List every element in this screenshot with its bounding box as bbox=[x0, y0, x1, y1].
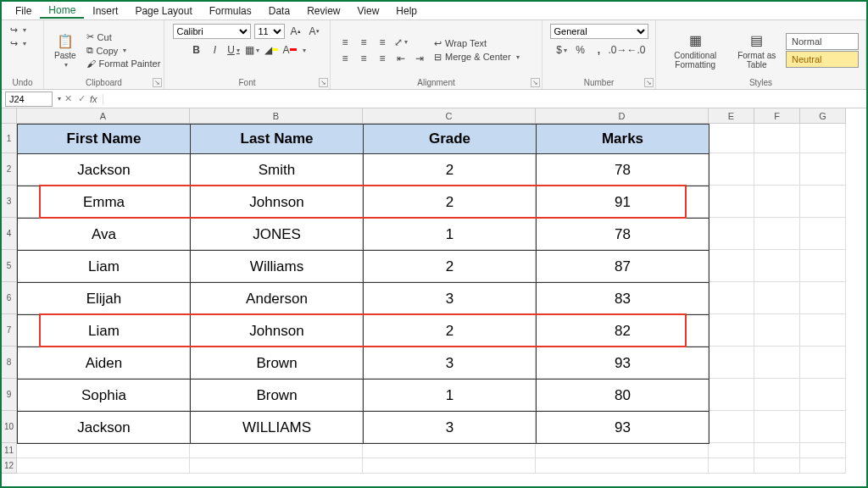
orientation-button[interactable]: ⤢▾ bbox=[393, 35, 409, 50]
increase-font-button[interactable]: A▴ bbox=[288, 24, 303, 39]
font-family-select[interactable]: Calibri bbox=[173, 24, 251, 39]
data-cell[interactable]: Williams bbox=[191, 251, 364, 283]
data-cell[interactable]: 78 bbox=[537, 219, 709, 251]
table-header[interactable]: Marks bbox=[537, 125, 709, 154]
data-cell[interactable]: Johnson bbox=[191, 315, 364, 347]
data-cell[interactable]: 3 bbox=[364, 347, 537, 380]
menu-help[interactable]: Help bbox=[387, 4, 426, 18]
cell-F10[interactable] bbox=[754, 411, 800, 443]
cell-E4[interactable] bbox=[709, 218, 754, 250]
menu-formulas[interactable]: Formulas bbox=[201, 4, 260, 18]
cell-E11[interactable] bbox=[709, 443, 754, 458]
data-cell[interactable]: 1 bbox=[364, 380, 537, 412]
align-left-button[interactable]: ≡ bbox=[337, 51, 353, 66]
increase-decimal-button[interactable]: .0→ bbox=[610, 42, 626, 58]
cell-E1[interactable] bbox=[709, 124, 754, 153]
cell-G9[interactable] bbox=[800, 379, 846, 411]
currency-button[interactable]: $▾ bbox=[554, 42, 570, 58]
row-header-3[interactable]: 3 bbox=[2, 186, 17, 218]
row-header-4[interactable]: 4 bbox=[2, 218, 17, 250]
cell-E6[interactable] bbox=[709, 282, 754, 314]
menu-page-layout[interactable]: Page Layout bbox=[126, 4, 200, 18]
border-button[interactable]: ▦▾ bbox=[245, 42, 260, 58]
select-all-corner[interactable] bbox=[2, 108, 17, 124]
alignment-dialog-launcher[interactable]: ↘ bbox=[531, 78, 540, 87]
data-cell[interactable]: 93 bbox=[537, 412, 709, 444]
menu-review[interactable]: Review bbox=[298, 4, 348, 18]
cell-C12[interactable] bbox=[363, 458, 536, 474]
data-cell[interactable]: WILLIAMS bbox=[191, 412, 364, 444]
row-header-7[interactable]: 7 bbox=[2, 314, 17, 347]
data-cell[interactable]: Liam bbox=[18, 251, 191, 283]
copy-button[interactable]: ⧉Copy▾ bbox=[85, 44, 163, 57]
menu-file[interactable]: File bbox=[7, 4, 40, 18]
cell-E12[interactable] bbox=[709, 458, 754, 474]
row-header-6[interactable]: 6 bbox=[2, 282, 17, 314]
cell-F6[interactable] bbox=[754, 282, 800, 314]
row-header-12[interactable]: 12 bbox=[2, 458, 17, 474]
cell-F7[interactable] bbox=[754, 314, 800, 347]
cell-E3[interactable] bbox=[709, 186, 754, 218]
data-cell[interactable]: 83 bbox=[537, 283, 709, 315]
data-cell[interactable]: Smith bbox=[191, 154, 364, 186]
comma-button[interactable]: , bbox=[592, 42, 607, 58]
cell-style-neutral[interactable]: Neutral bbox=[786, 51, 859, 68]
align-right-button[interactable]: ≡ bbox=[375, 51, 390, 66]
cell-A11[interactable] bbox=[17, 443, 190, 458]
menu-home[interactable]: Home bbox=[40, 3, 84, 19]
cell-G2[interactable] bbox=[800, 153, 846, 186]
cell-F12[interactable] bbox=[754, 458, 800, 474]
row-header-8[interactable]: 8 bbox=[2, 347, 17, 379]
formula-input[interactable] bbox=[103, 92, 866, 107]
menu-insert[interactable]: Insert bbox=[84, 4, 126, 18]
cell-F1[interactable] bbox=[754, 124, 800, 153]
table-header[interactable]: Last Name bbox=[191, 125, 364, 154]
cell-E5[interactable] bbox=[709, 250, 754, 282]
data-cell[interactable]: 2 bbox=[364, 186, 537, 219]
cell-style-normal[interactable]: Normal bbox=[786, 33, 859, 50]
cell-F9[interactable] bbox=[754, 379, 800, 411]
cell-G4[interactable] bbox=[800, 218, 846, 250]
cell-D12[interactable] bbox=[536, 458, 709, 474]
table-header[interactable]: First Name bbox=[18, 125, 191, 154]
data-cell[interactable]: 2 bbox=[364, 154, 537, 186]
fill-color-button[interactable]: ◢ bbox=[264, 42, 279, 58]
data-cell[interactable]: Aiden bbox=[18, 347, 191, 380]
row-header-11[interactable]: 11 bbox=[2, 443, 17, 458]
data-cell[interactable]: Johnson bbox=[191, 186, 364, 219]
undo-button[interactable]: ↩▾ bbox=[8, 24, 28, 36]
cell-F4[interactable] bbox=[754, 218, 800, 250]
cut-button[interactable]: ✂Cut bbox=[85, 30, 163, 43]
data-cell[interactable]: 87 bbox=[537, 251, 709, 283]
cell-G11[interactable] bbox=[800, 443, 846, 458]
data-cell[interactable]: 91 bbox=[537, 186, 709, 219]
cell-G10[interactable] bbox=[800, 411, 846, 443]
col-header-D[interactable]: D bbox=[536, 108, 709, 124]
cell-F11[interactable] bbox=[754, 443, 800, 458]
number-format-select[interactable]: General bbox=[550, 24, 648, 39]
bold-button[interactable]: B bbox=[189, 42, 204, 58]
increase-indent-button[interactable]: ⇥ bbox=[412, 51, 427, 66]
cell-G3[interactable] bbox=[800, 186, 846, 218]
col-header-E[interactable]: E bbox=[709, 108, 754, 124]
format-as-table-button[interactable]: ▤ Format as Table bbox=[732, 30, 781, 71]
underline-button[interactable]: U▾ bbox=[226, 42, 242, 58]
clipboard-dialog-launcher[interactable]: ↘ bbox=[153, 78, 162, 87]
cell-A12[interactable] bbox=[17, 458, 190, 474]
wrap-text-button[interactable]: ↩Wrap Text bbox=[432, 37, 521, 50]
row-header-10[interactable]: 10 bbox=[2, 411, 17, 443]
row-header-9[interactable]: 9 bbox=[2, 379, 17, 411]
paste-button[interactable]: 📋 Paste ▾ bbox=[51, 30, 80, 70]
cell-E10[interactable] bbox=[709, 411, 754, 443]
cell-F2[interactable] bbox=[754, 153, 800, 186]
cell-F5[interactable] bbox=[754, 250, 800, 282]
cell-G8[interactable] bbox=[800, 347, 846, 379]
align-middle-button[interactable]: ≡ bbox=[356, 35, 371, 50]
merge-center-button[interactable]: ⊟Merge & Center▾ bbox=[432, 51, 521, 64]
table-header[interactable]: Grade bbox=[364, 125, 537, 154]
data-cell[interactable]: 3 bbox=[364, 283, 537, 315]
data-cell[interactable]: Jackson bbox=[18, 412, 191, 444]
enter-formula-button[interactable]: ✓ bbox=[75, 93, 88, 104]
data-cell[interactable]: 1 bbox=[364, 219, 537, 251]
data-cell[interactable]: 93 bbox=[537, 347, 709, 380]
